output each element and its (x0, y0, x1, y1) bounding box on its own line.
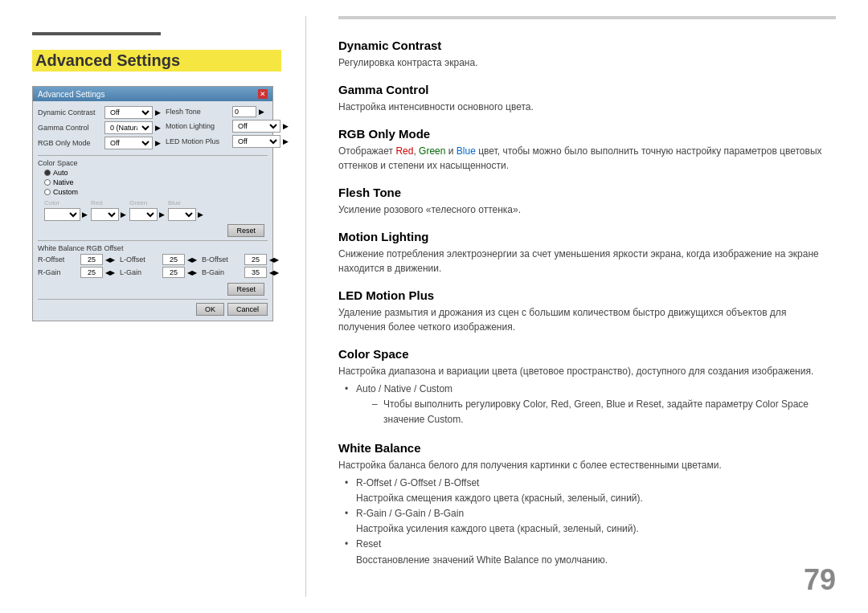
dynamic-contrast-row: Dynamic Contrast Off ▶ (38, 106, 161, 119)
l-gain-row: L-Gain ◀▶ (120, 267, 197, 278)
radio-custom[interactable]: Custom (38, 188, 268, 196)
text-color-space: Настройка диапазона и вариации цвета (цв… (338, 364, 836, 378)
link-b-offset: B-Offset (444, 477, 480, 488)
color-space-sub-list: Чтобы выполнить регулировку Color, Red, … (356, 397, 836, 427)
heading-rgb-only-mode: RGB Only Mode (338, 127, 836, 141)
text-offset-desc: Настройка смещения каждого цвета (красны… (356, 492, 643, 504)
white-balance-bullet-list: R-Offset / G-Offset / B-Offset Настройка… (338, 476, 836, 568)
color-input-label-3: Green (129, 199, 165, 206)
color-space-section-label: Color Space (38, 159, 268, 167)
bullet-auto-native-custom: Auto / Native / Custom Чтобы выполнить р… (345, 382, 836, 428)
text-motion-lighting: Снижение потребления электроэнергии за с… (338, 247, 836, 276)
radio-native-dot (44, 179, 51, 186)
r-gain-input[interactable] (80, 267, 103, 278)
bullet-r-gain: R-Gain / G-Gain / B-Gain Настройка усиле… (345, 506, 836, 537)
link-red2: Red (551, 398, 568, 410)
text-gamma-control: Настройка интенсивности основного цвета. (338, 100, 836, 114)
flesh-tone-row: Flesh Tone ▶ (166, 106, 289, 117)
radio-native[interactable]: Native (38, 178, 268, 186)
heading-color-space: Color Space (338, 347, 836, 361)
color-input-label-2: Red (91, 199, 126, 206)
wb-reset-button[interactable]: Reset (227, 283, 264, 296)
heading-led-motion-plus: LED Motion Plus (338, 288, 836, 302)
r-gain-row: R-Gain ◀▶ (38, 267, 115, 278)
l-gain-input[interactable] (162, 267, 185, 278)
top-bar-decoration (32, 32, 161, 35)
motion-lighting-select[interactable]: Off (232, 120, 280, 133)
link-custom2: Custom (428, 414, 461, 425)
dialog-body: Dynamic Contrast Off ▶ Gamma Control 0 (… (33, 101, 272, 321)
r-offset-input[interactable] (80, 254, 103, 265)
link-color-space2: Color Space (755, 398, 809, 410)
section-led-motion-plus: LED Motion Plus Удаление размытия и дрож… (338, 288, 836, 334)
b-gain-label: B-Gain (202, 268, 242, 276)
bullet-reset: Reset Восстановление значений White Bala… (345, 537, 836, 567)
red-select[interactable] (91, 208, 119, 221)
section-dynamic-contrast: Dynamic Contrast Регулировка контраста э… (338, 39, 836, 70)
text-rgb-only-mode: Отображает Red, Green и Blue цвет, чтобы… (338, 144, 836, 173)
heading-gamma-control: Gamma Control (338, 83, 836, 96)
r-gain-label: R-Gain (38, 268, 78, 276)
link-r-gain: R-Gain (356, 508, 387, 519)
radio-auto-dot (44, 170, 51, 176)
wb-section-label: White Balance RGB Offset (38, 244, 268, 252)
link-r-offset: R-Offset (356, 477, 391, 488)
page-title: Advanced Settings (32, 50, 281, 72)
text-flesh-tone: Усиление розового «телесного оттенка». (338, 202, 836, 217)
color-input-label-4: Blue (168, 199, 203, 206)
link-b-gain: B-Gain (434, 508, 464, 519)
text-reset-desc: Восстановление значений White Balance по… (356, 554, 608, 566)
green-select[interactable] (129, 208, 158, 221)
b-gain-input[interactable] (244, 267, 267, 278)
led-motion-plus-label: LED Motion Plus (166, 137, 230, 145)
link-auto: Auto (356, 383, 376, 394)
radio-auto[interactable]: Auto (38, 169, 268, 177)
divider3 (38, 299, 268, 300)
heading-flesh-tone: Flesh Tone (338, 186, 836, 199)
g-offset-input[interactable] (162, 254, 185, 265)
radio-auto-label: Auto (53, 169, 68, 177)
section-motion-lighting: Motion Lighting Снижение потребления эле… (338, 230, 836, 276)
color-reset-button[interactable]: Reset (227, 224, 264, 237)
b-offset-input[interactable] (244, 254, 267, 265)
link-reset2: Reset (637, 398, 661, 410)
rgb-only-select[interactable]: Off (104, 137, 153, 149)
section-white-balance: White Balance Настройка баланса белого д… (338, 441, 836, 568)
top-bar-right-decoration (338, 16, 836, 19)
color-space-bullet-list: Auto / Native / Custom Чтобы выполнить р… (338, 382, 836, 428)
gamma-control-row: Gamma Control 0 (Natural) ▶ (38, 121, 161, 134)
b-gain-row: B-Gain ◀▶ (202, 267, 279, 278)
ok-button[interactable]: OK (196, 303, 224, 316)
radio-native-label: Native (53, 178, 74, 186)
link-custom: Custom (420, 383, 452, 394)
text-dynamic-contrast: Регулировка контраста экрана. (338, 55, 836, 70)
blue-select[interactable] (168, 208, 196, 221)
cancel-button[interactable]: Cancel (227, 303, 268, 316)
text-led-motion-plus: Удаление размытия и дрожания из сцен с б… (338, 305, 836, 334)
flesh-tone-label: Flesh Tone (166, 108, 230, 116)
section-rgb-only-mode: RGB Only Mode Отображает Red, Green и Bl… (338, 127, 836, 173)
gamma-control-select[interactable]: 0 (Natural) (104, 121, 153, 134)
link-blue2: Blue (606, 398, 625, 410)
flesh-tone-input[interactable] (232, 106, 256, 117)
text-gain-desc: Настройка усиления каждого цвета (красны… (356, 523, 639, 534)
divider1 (38, 155, 268, 156)
r-offset-label: R-Offset (38, 255, 78, 264)
color-select[interactable] (44, 208, 80, 221)
link-green2: Green (574, 398, 600, 410)
page-number: 79 (804, 563, 836, 597)
section-flesh-tone: Flesh Tone Усиление розового «телесного … (338, 186, 836, 217)
g-offset-label: L-Offset (120, 255, 160, 264)
dynamic-contrast-label: Dynamic Contrast (38, 108, 102, 116)
dynamic-contrast-select[interactable]: Off (104, 106, 153, 119)
dialog-btn-row: OK Cancel (38, 303, 268, 316)
dialog-close-button[interactable]: ✕ (258, 89, 268, 99)
left-panel: Advanced Settings Advanced Settings ✕ Dy… (0, 16, 305, 597)
dialog-titlebar: Advanced Settings ✕ (33, 87, 272, 101)
heading-dynamic-contrast: Dynamic Contrast (338, 39, 836, 52)
g-offset-row: L-Offset ◀▶ (120, 254, 197, 265)
link-g-offset: G-Offset (399, 477, 436, 488)
link-g-gain: G-Gain (395, 508, 426, 519)
led-motion-plus-select[interactable]: Off (232, 135, 280, 148)
b-offset-row: B-Offset ◀▶ (202, 254, 279, 265)
